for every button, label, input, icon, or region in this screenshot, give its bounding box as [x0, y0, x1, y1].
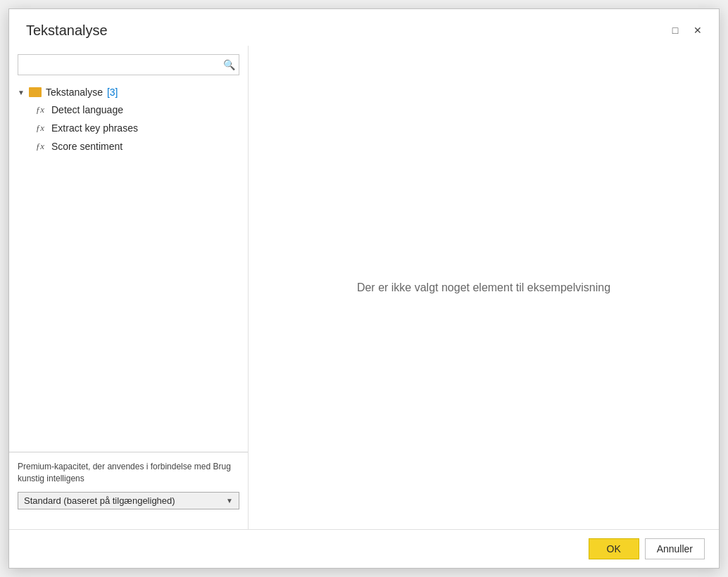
title-bar: Tekstanalyse □ ✕	[9, 9, 719, 46]
footer-bar: OK Annuller	[9, 529, 719, 568]
close-button[interactable]: ✕	[688, 20, 708, 40]
folder-label: Tekstanalyse	[46, 87, 103, 98]
cancel-button[interactable]: Annuller	[645, 538, 705, 559]
tree-item-extract-key-phrases[interactable]: ƒx Extract key phrases	[29, 119, 245, 137]
tree-item-score-sentiment[interactable]: ƒx Score sentiment	[29, 137, 245, 156]
sidebar-footer-text: Premium-kapacitet, der anvendes i forbin…	[18, 461, 239, 485]
tree-area: ▼ Tekstanalyse [3] ƒx Detect language ƒx…	[9, 84, 248, 452]
capacity-dropdown[interactable]: Standard (baseret på tilgængelighed) ▼	[18, 492, 239, 509]
maximize-button[interactable]: □	[665, 20, 685, 40]
dialog-title: Tekstanalyse	[26, 23, 108, 39]
content-area: 🔍 ▼ Tekstanalyse [3] ƒx Detect language	[9, 46, 719, 529]
tree-item-label-extract-key-phrases: Extract key phrases	[51, 122, 138, 134]
search-icon-button[interactable]: 🔍	[219, 55, 239, 75]
main-content: Der er ikke valgt noget element til ekse…	[249, 46, 719, 529]
fx-icon-extract: ƒx	[34, 122, 46, 134]
fx-icon-detect: ƒx	[34, 104, 46, 115]
fx-icon-score: ƒx	[34, 141, 46, 152]
search-bar: 🔍	[9, 54, 248, 84]
capacity-dropdown-label: Standard (baseret på tilgængelighed)	[24, 495, 175, 506]
folder-arrow-icon: ▼	[18, 89, 25, 96]
sidebar-footer: Premium-kapacitet, der anvendes i forbin…	[9, 452, 248, 521]
search-input-wrapper: 🔍	[18, 54, 239, 75]
dropdown-arrow-icon: ▼	[226, 497, 233, 505]
tree-items: ƒx Detect language ƒx Extract key phrase…	[29, 101, 245, 156]
tree-folder-tekstanalyse[interactable]: ▼ Tekstanalyse [3]	[12, 84, 245, 101]
search-input[interactable]	[18, 60, 219, 70]
main-placeholder-text: Der er ikke valgt noget element til ekse…	[357, 281, 610, 294]
title-bar-controls: □ ✕	[665, 20, 708, 40]
tree-item-label-score-sentiment: Score sentiment	[51, 141, 123, 152]
tree-item-label-detect-language: Detect language	[51, 104, 123, 115]
tree-item-detect-language[interactable]: ƒx Detect language	[29, 101, 245, 119]
main-dialog: Tekstanalyse □ ✕ 🔍 ▼	[8, 8, 720, 569]
search-icon: 🔍	[223, 59, 235, 70]
folder-icon	[29, 87, 42, 97]
sidebar: 🔍 ▼ Tekstanalyse [3] ƒx Detect language	[9, 46, 249, 529]
ok-button[interactable]: OK	[589, 538, 639, 559]
folder-count: [3]	[107, 87, 118, 98]
